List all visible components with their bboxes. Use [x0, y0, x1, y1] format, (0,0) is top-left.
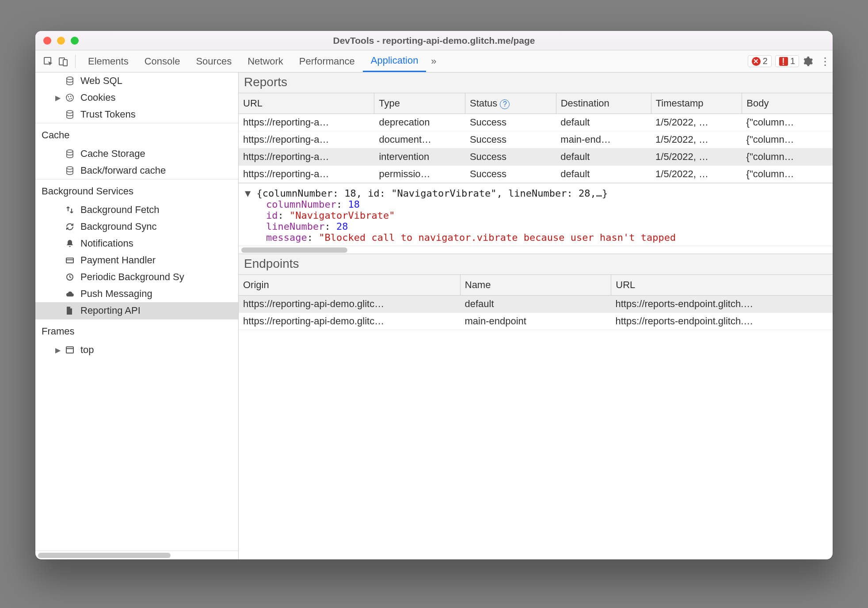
disclosure-triangle-icon[interactable]: ▶	[55, 94, 61, 102]
cell-destination: main-end…	[556, 131, 651, 148]
database-icon	[65, 149, 76, 158]
minimize-window-button[interactable]	[57, 37, 65, 45]
svg-point-6	[70, 96, 72, 97]
sidebar-item-bg-sync[interactable]: Background Sync	[35, 218, 238, 235]
cell-timestamp: 1/5/2022, …	[651, 114, 742, 131]
issues-count: 1	[790, 56, 795, 66]
table-row[interactable]: https://reporting-a…deprecationSuccessde…	[239, 114, 833, 131]
toolbar: Elements Console Sources Network Perform…	[35, 50, 833, 72]
sidebar-item-push[interactable]: Push Messaging	[35, 285, 238, 302]
sidebar-item-reporting-api[interactable]: Reporting API	[35, 302, 238, 319]
table-row[interactable]: https://reporting-a…document…Successmain…	[239, 131, 833, 148]
col-url[interactable]: URL	[611, 275, 833, 295]
disclosure-triangle-icon[interactable]: ▶	[55, 346, 61, 354]
cell-url: https://reports-endpoint.glitch.…	[611, 296, 833, 312]
kebab-menu-icon[interactable]: ⋮	[818, 55, 833, 68]
titlebar: DevTools - reporting-api-demo.glitch.me/…	[35, 31, 833, 50]
errors-badge[interactable]: ✕ 2	[748, 55, 772, 67]
col-type[interactable]: Type	[374, 93, 465, 114]
errors-count: 2	[763, 56, 768, 66]
sidebar-item-periodic[interactable]: Periodic Background Sy	[35, 269, 238, 285]
table-row[interactable]: https://reporting-api-demo.glitc…main-en…	[239, 313, 833, 330]
sidebar-item-websql[interactable]: Web SQL	[35, 72, 238, 89]
details-horizontal-scrollbar[interactable]	[239, 246, 833, 254]
svg-rect-14	[66, 347, 73, 353]
sidebar-label: Background Fetch	[80, 204, 160, 216]
cell-destination: default	[556, 148, 651, 165]
updown-icon	[65, 205, 76, 214]
cell-url: https://reporting-a…	[239, 166, 374, 182]
svg-point-9	[67, 110, 73, 113]
cell-timestamp: 1/5/2022, …	[651, 166, 742, 182]
tab-application[interactable]: Application	[363, 50, 426, 72]
sidebar-group-cache: Cache	[35, 123, 238, 145]
table-row[interactable]: https://reporting-a…interventionSuccessd…	[239, 148, 833, 166]
inspect-icon[interactable]	[41, 56, 56, 67]
cell-url: https://reports-endpoint.glitch.…	[611, 313, 833, 330]
tab-console[interactable]: Console	[137, 50, 188, 72]
sidebar-item-bfcache[interactable]: Back/forward cache	[35, 162, 238, 179]
database-icon	[65, 110, 76, 119]
svg-rect-2	[63, 60, 67, 66]
cell-status: Success	[465, 131, 556, 148]
scrollbar-thumb[interactable]	[241, 247, 347, 253]
sidebar-horizontal-scrollbar[interactable]	[35, 551, 238, 559]
cloud-icon	[65, 290, 76, 298]
sidebar-item-trust-tokens[interactable]: Trust Tokens	[35, 106, 238, 123]
window-title: DevTools - reporting-api-demo.glitch.me/…	[35, 35, 833, 46]
cell-url: https://reporting-a…	[239, 148, 374, 165]
col-status[interactable]: Status?	[465, 93, 556, 114]
report-details[interactable]: ▼ {columnNumber: 18, id: "NavigatorVibra…	[239, 183, 833, 246]
col-body[interactable]: Body	[742, 93, 833, 114]
col-timestamp[interactable]: Timestamp	[651, 93, 742, 114]
sidebar-label: Reporting API	[80, 305, 141, 316]
tab-elements[interactable]: Elements	[80, 50, 137, 72]
sidebar-label: top	[80, 344, 94, 356]
zoom-window-button[interactable]	[71, 37, 79, 45]
cell-status: Success	[465, 166, 556, 182]
help-icon[interactable]: ?	[500, 99, 510, 109]
panel-tabs: Elements Console Sources Network Perform…	[80, 50, 426, 72]
tab-sources[interactable]: Sources	[188, 50, 240, 72]
detail-id: "NavigatorVibrate"	[289, 210, 395, 221]
endpoints-heading: Endpoints	[239, 254, 833, 275]
cell-url: https://reporting-a…	[239, 131, 374, 148]
sidebar-item-cookies[interactable]: ▶ Cookies	[35, 89, 238, 106]
disclosure-triangle-icon[interactable]: ▼	[245, 188, 257, 199]
cell-destination: default	[556, 166, 651, 182]
sidebar-label: Notifications	[80, 238, 133, 249]
table-row[interactable]: https://reporting-a…permissio…Successdef…	[239, 166, 833, 183]
col-origin[interactable]: Origin	[239, 275, 461, 295]
card-icon	[65, 256, 76, 265]
sidebar-item-bg-fetch[interactable]: Background Fetch	[35, 201, 238, 218]
tab-network[interactable]: Network	[240, 50, 291, 72]
cookie-icon	[65, 93, 76, 102]
cell-type: deprecation	[374, 114, 465, 131]
cell-timestamp: 1/5/2022, …	[651, 148, 742, 165]
cell-name: main-endpoint	[461, 313, 611, 330]
main-pane: Reports URL Type Status? Destination Tim…	[239, 72, 833, 559]
sidebar-item-cache-storage[interactable]: Cache Storage	[35, 145, 238, 162]
clock-icon	[65, 273, 76, 281]
sidebar-item-payment[interactable]: Payment Handler	[35, 252, 238, 269]
sidebar-item-notifications[interactable]: Notifications	[35, 235, 238, 252]
table-row[interactable]: https://reporting-api-demo.glitc…default…	[239, 296, 833, 313]
settings-icon[interactable]	[803, 56, 818, 67]
more-tabs-icon[interactable]: »	[426, 56, 441, 67]
svg-point-10	[67, 150, 73, 152]
endpoints-header-row: Origin Name URL	[239, 275, 833, 296]
tab-performance[interactable]: Performance	[291, 50, 363, 72]
sidebar-label: Periodic Background Sy	[80, 271, 184, 283]
endpoints-body: https://reporting-api-demo.glitc…default…	[239, 296, 833, 559]
cell-status: Success	[465, 114, 556, 131]
sidebar-item-top-frame[interactable]: ▶ top	[35, 342, 238, 358]
col-url[interactable]: URL	[239, 93, 374, 114]
col-destination[interactable]: Destination	[556, 93, 651, 114]
close-window-button[interactable]	[43, 37, 51, 45]
scrollbar-thumb[interactable]	[38, 553, 171, 558]
svg-point-11	[67, 167, 73, 169]
database-icon	[65, 76, 76, 85]
issues-badge[interactable]: ❕ 1	[775, 55, 799, 67]
col-name[interactable]: Name	[461, 275, 612, 295]
device-toggle-icon[interactable]	[56, 56, 71, 67]
